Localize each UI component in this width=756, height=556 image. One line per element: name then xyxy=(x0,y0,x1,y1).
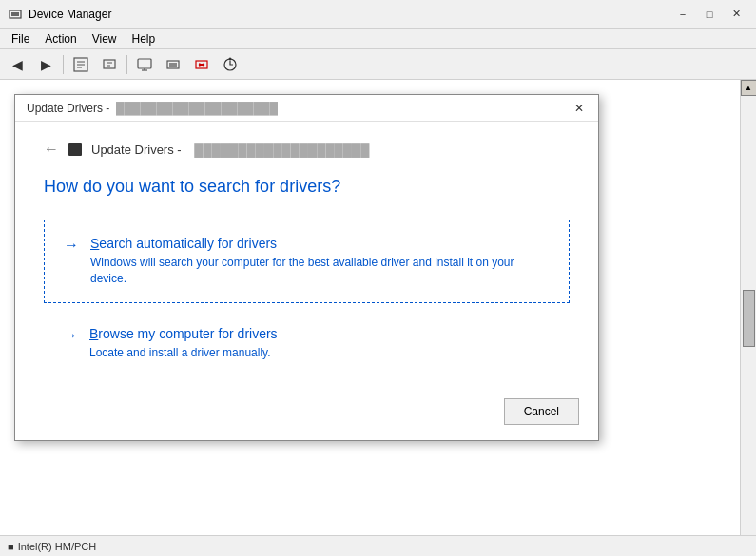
cancel-button[interactable]: Cancel xyxy=(504,398,579,425)
option2-title: Browse my computer for drivers xyxy=(89,326,278,341)
option1-description: Windows will search your computer for th… xyxy=(90,255,550,287)
scroll-up-arrow[interactable]: ▲ xyxy=(741,80,757,96)
dialog-title-prefix: Update Drivers - xyxy=(27,102,109,115)
option2-description: Locate and install a driver manually. xyxy=(89,345,278,361)
main-area: ▲ ▼ Update Drivers - ███████████████████… xyxy=(0,80,756,556)
window-controls: − □ ✕ xyxy=(670,5,748,24)
monitor-button[interactable] xyxy=(131,52,158,77)
back-nav-arrow[interactable]: ← xyxy=(44,141,59,158)
option2-arrow: → xyxy=(63,327,78,344)
dialog-footer: Cancel xyxy=(15,387,598,440)
status-icon: ■ xyxy=(8,541,14,552)
dialog-device-name: ████████████████████ xyxy=(113,102,278,115)
svg-rect-9 xyxy=(138,59,151,68)
status-text: Intel(R) HM/PCH xyxy=(18,541,97,552)
dialog-title: Update Drivers - ████████████████████ xyxy=(27,102,568,115)
menu-action[interactable]: Action xyxy=(37,30,84,48)
dialog-close-button[interactable]: ✕ xyxy=(568,98,591,119)
nav-device-name: ████████████████████ xyxy=(191,143,370,157)
title-bar: Device Manager − □ ✕ xyxy=(0,0,756,29)
menu-help[interactable]: Help xyxy=(125,30,164,48)
menu-bar: File Action View Help xyxy=(0,29,756,49)
update-drivers-dialog: Update Drivers - ████████████████████ ✕ … xyxy=(14,94,599,441)
svg-rect-6 xyxy=(104,60,115,68)
option1-title-rest: earch automatically for drivers xyxy=(99,236,277,251)
option2-title-underline: B xyxy=(89,326,98,341)
status-bar: ■ Intel(R) HM/PCH xyxy=(0,535,756,556)
option1-content: Search automatically for drivers Windows… xyxy=(90,236,550,287)
search-automatically-option[interactable]: → Search automatically for drivers Windo… xyxy=(44,220,570,303)
properties-button[interactable] xyxy=(68,52,94,77)
option2-content: Browse my computer for drivers Locate an… xyxy=(89,326,278,361)
dialog-body: ← Update Drivers - ████████████████████ … xyxy=(15,122,598,387)
toolbar-separator-2 xyxy=(126,55,127,74)
dialog-heading: How do you want to search for drivers? xyxy=(44,177,570,197)
device-manager-icon-button[interactable] xyxy=(160,52,186,77)
menu-view[interactable]: View xyxy=(85,30,125,48)
svg-point-18 xyxy=(229,57,232,60)
app-icon xyxy=(8,7,23,22)
dialog-nav: ← Update Drivers - ████████████████████ xyxy=(44,141,570,158)
svg-rect-13 xyxy=(169,63,177,67)
maximize-button[interactable]: □ xyxy=(697,5,722,24)
toolbar-separator-1 xyxy=(63,55,64,74)
menu-file[interactable]: File xyxy=(4,30,37,48)
option2-title-rest: rowse my computer for drivers xyxy=(98,326,277,341)
forward-button[interactable]: ▶ xyxy=(32,52,59,77)
svg-rect-1 xyxy=(11,12,19,16)
scrollbar[interactable]: ▲ ▼ xyxy=(740,80,756,556)
nav-chip-icon xyxy=(68,143,82,156)
toolbar: ◀ ▶ xyxy=(0,49,756,80)
scan-button[interactable] xyxy=(217,52,243,77)
dialog-title-bar: Update Drivers - ████████████████████ ✕ xyxy=(15,95,598,122)
scroll-thumb[interactable] xyxy=(743,290,755,347)
update-driver-button[interactable] xyxy=(96,52,123,77)
back-button[interactable]: ◀ xyxy=(4,52,30,77)
uninstall-button[interactable] xyxy=(188,52,215,77)
nav-title: Update Drivers - xyxy=(91,143,182,157)
browse-computer-option[interactable]: → Browse my computer for drivers Locate … xyxy=(44,318,570,369)
minimize-button[interactable]: − xyxy=(670,5,695,24)
option1-arrow: → xyxy=(64,237,79,254)
app-title: Device Manager xyxy=(29,8,670,21)
option1-title-underline: S xyxy=(90,236,99,251)
close-window-button[interactable]: ✕ xyxy=(724,5,748,24)
option1-title: Search automatically for drivers xyxy=(90,236,550,251)
